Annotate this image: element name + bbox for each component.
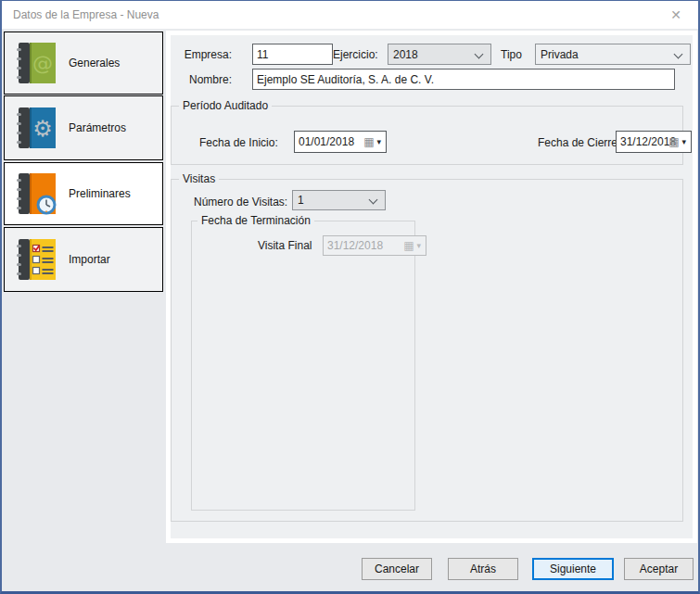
ejercicio-dropdown[interactable]: 2018 xyxy=(388,44,491,65)
ejercicio-value: 2018 xyxy=(393,48,418,61)
visita-final-value: 31/12/2018 xyxy=(327,239,383,252)
calendar-icon: ▦ xyxy=(668,136,679,147)
cancelar-button[interactable]: Cancelar xyxy=(362,558,432,580)
fecha-inicio-value: 01/01/2018 xyxy=(299,135,354,148)
aceptar-button[interactable]: Aceptar xyxy=(624,558,694,580)
sidebar-label-preliminares: Preliminares xyxy=(69,187,131,200)
sidebar-item-preliminares[interactable]: Preliminares xyxy=(4,162,163,225)
siguiente-button[interactable]: Siguiente xyxy=(532,558,614,580)
fecha-terminacion-title: Fecha de Terminación xyxy=(197,214,314,227)
periodo-auditado-title: Período Auditado xyxy=(179,99,272,112)
chevron-down-icon xyxy=(674,50,683,59)
dialog-window: Datos de la Empresa - Nueva ✕ @ Generale… xyxy=(0,0,700,594)
visita-final-label: Visita Final xyxy=(258,239,312,252)
svg-text:⚙: ⚙ xyxy=(32,116,53,142)
titlebar: Datos de la Empresa - Nueva ✕ xyxy=(2,1,698,29)
chevron-down-icon xyxy=(369,196,378,205)
fecha-cierre-label: Fecha de Cierre: xyxy=(538,136,609,149)
numero-visitas-dropdown[interactable]: 1 xyxy=(292,190,386,210)
close-icon[interactable]: ✕ xyxy=(661,1,691,28)
sidebar-label-importar: Importar xyxy=(69,253,110,266)
nombre-input[interactable] xyxy=(252,69,675,90)
visitas-title: Visitas xyxy=(179,172,219,185)
calendar-icon: ▦ xyxy=(403,240,414,251)
generales-book-icon: @ xyxy=(16,42,57,84)
window-title: Datos de la Empresa - Nueva xyxy=(13,1,159,29)
sidebar-label-parametros: Parámetros xyxy=(69,121,126,134)
empresa-label: Empresa: xyxy=(173,48,232,61)
fecha-inicio-label: Fecha de Inicio: xyxy=(199,136,272,149)
fecha-cierre-value: 31/12/2018 xyxy=(620,135,676,148)
dropdown-arrow-icon[interactable]: ▾ xyxy=(681,138,686,146)
visita-final-datepicker: 31/12/2018 ▦ ▾ xyxy=(323,235,426,256)
fecha-cierre-datepicker[interactable]: 31/12/2018 ▦ ▾ xyxy=(616,131,692,153)
fecha-terminacion-groupbox: Fecha de Terminación xyxy=(191,221,415,511)
dropdown-arrow-icon: ▾ xyxy=(416,242,421,250)
chevron-down-icon xyxy=(475,50,484,59)
empresa-input[interactable] xyxy=(252,44,333,65)
sidebar-item-importar[interactable]: Importar xyxy=(4,227,163,292)
sidebar-item-generales[interactable]: @ Generales xyxy=(4,32,163,95)
sidebar-label-generales: Generales xyxy=(69,57,120,70)
fecha-inicio-datepicker[interactable]: 01/01/2018 ▦ ▾ xyxy=(294,131,387,153)
tipo-dropdown[interactable]: Privada xyxy=(535,44,691,65)
nombre-label: Nombre: xyxy=(173,73,232,86)
svg-text:@: @ xyxy=(32,52,53,75)
periodo-auditado-groupbox: Período Auditado xyxy=(171,106,683,165)
dropdown-arrow-icon[interactable]: ▾ xyxy=(376,138,381,146)
sidebar-item-parametros[interactable]: ⚙ Parámetros xyxy=(4,95,163,160)
parametros-book-icon: ⚙ xyxy=(16,107,57,149)
tipo-value: Privada xyxy=(541,48,579,61)
numero-visitas-label: Número de Visitas: xyxy=(194,196,287,209)
atras-button[interactable]: Atrás xyxy=(448,558,518,580)
importar-book-icon xyxy=(16,238,57,281)
preliminares-book-icon xyxy=(16,172,57,215)
calendar-icon: ▦ xyxy=(363,136,374,147)
numero-visitas-value: 1 xyxy=(298,194,304,207)
tipo-label: Tipo xyxy=(501,48,522,61)
ejercicio-label: Ejercicio: xyxy=(333,48,376,61)
